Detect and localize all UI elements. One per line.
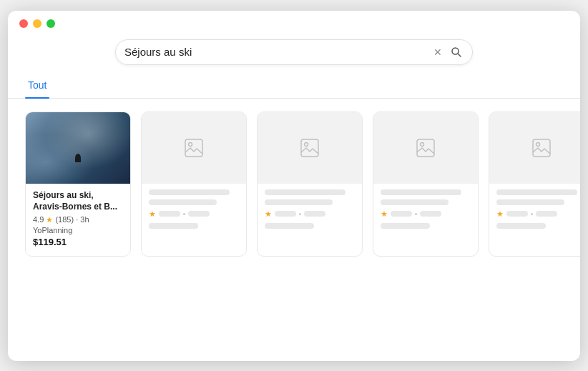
tab-tout-label: Tout bbox=[28, 79, 46, 91]
skeleton-small bbox=[506, 211, 528, 217]
titlebar bbox=[8, 11, 580, 34]
dot-separator bbox=[183, 213, 185, 215]
app-window: ✕ Tout bbox=[8, 11, 580, 361]
maximize-dot[interactable] bbox=[46, 19, 55, 28]
list-item[interactable]: Séjours au ski, Aravis-Bornes et B... 4.… bbox=[25, 112, 131, 257]
svg-rect-8 bbox=[533, 139, 550, 157]
skeleton-row: ★ bbox=[381, 209, 471, 219]
skeleton-line bbox=[496, 189, 577, 195]
skeleton-line bbox=[265, 223, 314, 229]
star-icon: ★ bbox=[496, 209, 504, 219]
skeleton-line bbox=[381, 223, 430, 229]
card-body: ★ bbox=[142, 184, 246, 229]
svg-point-5 bbox=[305, 142, 308, 146]
skeleton-line bbox=[496, 199, 564, 205]
svg-point-3 bbox=[189, 142, 192, 146]
tabs-row: Tout bbox=[8, 74, 580, 99]
card-body: Séjours au ski, Aravis-Bornes et B... 4.… bbox=[26, 184, 130, 248]
card-reviews: (185) bbox=[55, 215, 74, 224]
skeleton-row: ★ bbox=[149, 209, 239, 219]
skeleton-line bbox=[149, 199, 217, 205]
clear-button[interactable]: ✕ bbox=[432, 45, 444, 59]
search-icon bbox=[451, 46, 462, 58]
star-icon: ★ bbox=[381, 209, 388, 219]
list-item[interactable]: ★ bbox=[373, 112, 479, 257]
svg-rect-2 bbox=[185, 139, 202, 157]
skeleton-line bbox=[265, 189, 346, 195]
dot-separator bbox=[415, 213, 417, 215]
card-image bbox=[26, 112, 130, 184]
skeleton-small bbox=[420, 211, 441, 217]
svg-point-9 bbox=[536, 142, 540, 146]
skier-figure bbox=[75, 154, 81, 162]
card-body: ★ bbox=[373, 184, 478, 229]
card-body: ★ bbox=[258, 184, 362, 229]
list-item[interactable]: ★ bbox=[257, 112, 363, 257]
star-icon: ★ bbox=[265, 209, 272, 219]
ski-photo bbox=[26, 112, 130, 184]
clear-icon: ✕ bbox=[433, 46, 442, 58]
card-rating: 4.9 bbox=[33, 215, 44, 224]
card-duration: 3h bbox=[80, 215, 89, 224]
card-price: $119.51 bbox=[33, 237, 123, 247]
skeleton-line bbox=[496, 223, 546, 229]
close-dot[interactable] bbox=[19, 19, 28, 28]
image-placeholder bbox=[373, 112, 478, 184]
skeleton-small bbox=[159, 211, 180, 217]
skeleton-small bbox=[275, 211, 296, 217]
list-item[interactable]: ★ bbox=[489, 112, 580, 257]
skeleton-line bbox=[265, 199, 333, 205]
skeleton-line bbox=[149, 223, 198, 229]
search-bar-row: ✕ bbox=[8, 34, 580, 74]
image-placeholder bbox=[142, 112, 246, 184]
card-meta: 4.9 ★ (185) · 3h bbox=[33, 215, 123, 224]
search-bar-container: ✕ bbox=[115, 39, 473, 65]
svg-point-7 bbox=[421, 142, 424, 146]
card-body: ★ bbox=[489, 184, 580, 229]
star-icon: ★ bbox=[46, 215, 53, 224]
svg-rect-4 bbox=[301, 139, 318, 157]
search-input[interactable] bbox=[124, 46, 432, 58]
cards-section: Séjours au ski, Aravis-Bornes et B... 4.… bbox=[8, 99, 580, 361]
skeleton-row: ★ bbox=[496, 209, 580, 219]
skeleton-small bbox=[536, 211, 557, 217]
placeholder-icon bbox=[531, 138, 552, 158]
skeleton-line bbox=[381, 189, 461, 195]
skeleton-small bbox=[188, 211, 210, 217]
image-placeholder bbox=[258, 112, 362, 184]
skeleton-small bbox=[391, 211, 412, 217]
skeleton-line bbox=[149, 189, 230, 195]
cards-row: Séjours au ski, Aravis-Bornes et B... 4.… bbox=[25, 112, 563, 257]
search-button[interactable] bbox=[449, 45, 464, 59]
dot-separator bbox=[299, 213, 301, 215]
dot-separator bbox=[531, 213, 533, 215]
svg-line-1 bbox=[458, 54, 461, 56]
tab-tout[interactable]: Tout bbox=[25, 74, 49, 98]
card-provider: YoPlanning bbox=[33, 226, 123, 234]
star-icon: ★ bbox=[149, 209, 156, 219]
image-placeholder bbox=[489, 112, 580, 184]
placeholder-icon bbox=[184, 138, 204, 158]
card-title: Séjours au ski, Aravis-Bornes et B... bbox=[33, 189, 123, 214]
svg-rect-6 bbox=[417, 139, 434, 157]
placeholder-icon bbox=[300, 138, 320, 158]
placeholder-icon bbox=[416, 138, 436, 158]
minimize-dot[interactable] bbox=[33, 19, 41, 28]
search-bar-icons: ✕ bbox=[432, 45, 464, 59]
list-item[interactable]: ★ bbox=[141, 112, 247, 257]
skeleton-row: ★ bbox=[265, 209, 355, 219]
skeleton-line bbox=[381, 199, 449, 205]
skeleton-small bbox=[304, 211, 325, 217]
